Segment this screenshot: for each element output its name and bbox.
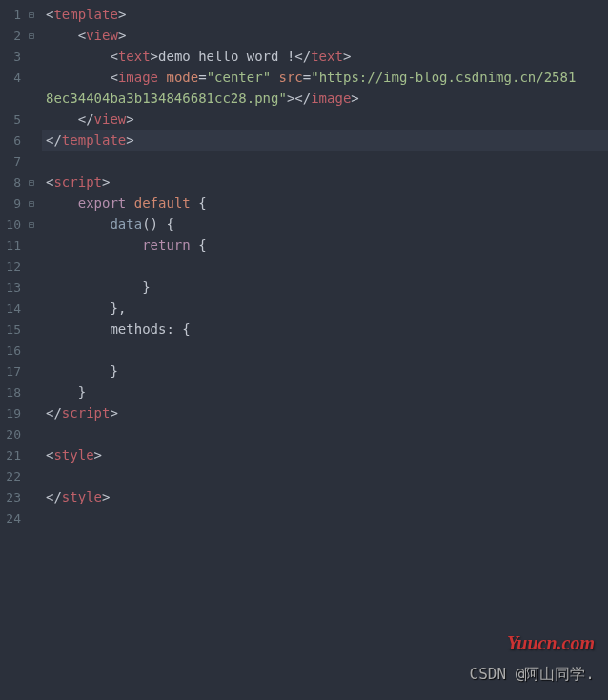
line-number: 7 [0,154,23,169]
code-line: data() { [42,214,608,235]
line-number: 19 [0,406,23,421]
line-number: 22 [0,469,23,484]
line-number: 9 [0,196,23,211]
line-number: 1 [0,8,23,22]
fold-icon[interactable]: ⊟ [23,10,40,20]
code-line: } [42,360,608,381]
code-line: </style> [42,486,608,507]
line-number: 18 [0,385,23,400]
code-line [42,423,608,444]
code-line: methods: { [42,319,608,340]
code-line [42,256,608,277]
code-line: export default { [42,193,608,214]
line-number: 5 [0,113,23,127]
code-line [42,151,608,172]
code-line: } [42,381,608,402]
code-line: </view> [42,109,608,130]
code-line: <style> [42,444,608,465]
line-number: 12 [0,259,23,274]
code-line: <view> [42,25,608,46]
code-line [42,465,608,486]
code-line: </script> [42,402,608,423]
code-line: <image mode="center" src="https://img-bl… [42,67,608,88]
line-number: 23 [0,490,23,504]
fold-icon[interactable]: ⊟ [23,177,40,188]
line-number: 14 [0,301,23,316]
code-line: } [42,277,608,298]
line-number: 15 [0,322,23,337]
line-number: 4 [0,71,23,85]
code-editor[interactable]: 1⊟ 2⊟ 3 4 5 6 7 8⊟ 9⊟ 10⊟ 11 12 13 14 15… [0,0,608,700]
code-line [42,507,608,528]
code-line: <template> [42,4,608,25]
code-line: 8ec34404ba3b134846681cc28.png"></image> [42,88,608,109]
code-content[interactable]: <template> <view> <text>demo hello word … [42,0,608,700]
line-number: 11 [0,238,23,253]
line-number: 20 [0,427,23,442]
code-line: <text>demo hello word !</text> [42,46,608,67]
line-number: 2 [0,29,23,43]
line-number: 3 [0,50,23,64]
line-number: 24 [0,511,23,525]
fold-icon[interactable]: ⊟ [23,219,40,230]
line-number: 6 [0,134,23,148]
gutter: 1⊟ 2⊟ 3 4 5 6 7 8⊟ 9⊟ 10⊟ 11 12 13 14 15… [0,0,42,700]
fold-icon[interactable]: ⊟ [23,31,40,41]
code-line: return { [42,235,608,256]
line-number: 13 [0,280,23,295]
code-line: }, [42,298,608,319]
fold-icon[interactable]: ⊟ [23,198,40,209]
watermark-site: Yuucn.com [507,632,595,654]
code-line-active: </template> [42,130,608,151]
watermark-author: CSDN @阿山同学. [470,665,595,685]
line-number: 8 [0,175,23,190]
code-line: <script> [42,172,608,193]
line-number: 21 [0,448,23,463]
code-line [42,340,608,360]
line-number: 16 [0,343,23,358]
line-number: 10 [0,217,23,232]
line-number: 17 [0,364,23,379]
